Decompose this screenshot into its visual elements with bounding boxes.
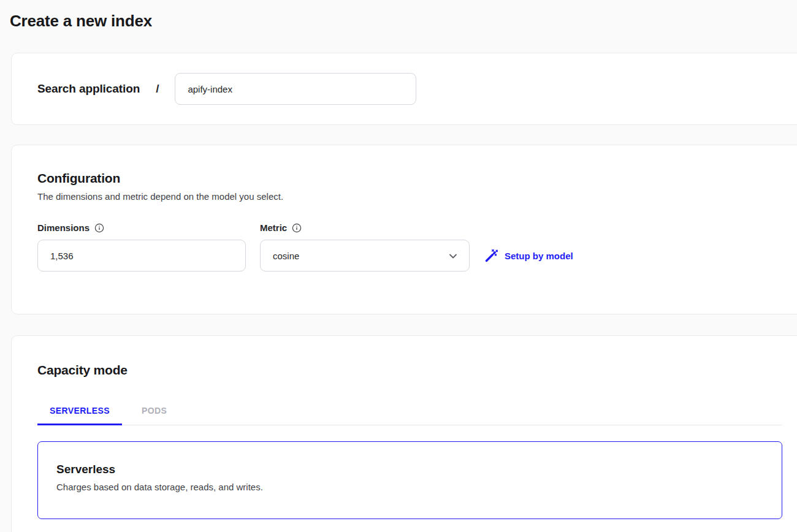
field-labels-row: Dimensions Metric xyxy=(37,222,797,233)
index-name-input[interactable] xyxy=(175,73,416,105)
wand-sparkles-icon xyxy=(484,248,499,263)
serverless-option-description: Charges based on data storage, reads, an… xyxy=(56,482,782,492)
dimensions-label: Dimensions xyxy=(37,222,90,233)
search-application-label: Search application xyxy=(37,82,140,96)
tab-pods[interactable]: PODS xyxy=(129,398,179,425)
chevron-down-icon xyxy=(447,250,459,264)
page-title: Create a new index xyxy=(10,12,152,31)
capacity-tabbar: SERVERLESS PODS xyxy=(37,398,782,425)
name-separator: / xyxy=(156,82,159,96)
dimensions-input[interactable] xyxy=(37,240,246,272)
configuration-title: Configuration xyxy=(37,171,797,186)
info-icon[interactable] xyxy=(292,223,302,233)
setup-by-model-link[interactable]: Setup by model xyxy=(484,248,573,263)
metric-select[interactable]: cosine xyxy=(260,240,470,272)
dimensions-label-wrap: Dimensions xyxy=(37,222,260,233)
metric-label: Metric xyxy=(260,222,287,233)
index-name-card: Search application / xyxy=(11,53,797,125)
metric-selected-value: cosine xyxy=(273,251,299,261)
fields-row: cosine Setup by model xyxy=(37,240,797,272)
capacity-mode-card: Capacity mode SERVERLESS PODS Serverless… xyxy=(11,335,797,532)
serverless-option-title: Serverless xyxy=(56,463,782,476)
configuration-subtitle: The dimensions and metric depend on the … xyxy=(37,191,797,202)
setup-by-model-label: Setup by model xyxy=(505,251,573,261)
tab-serverless[interactable]: SERVERLESS xyxy=(37,398,122,425)
capacity-mode-title: Capacity mode xyxy=(37,363,782,378)
metric-label-wrap: Metric xyxy=(260,222,302,233)
info-icon[interactable] xyxy=(94,223,104,233)
serverless-option-card[interactable]: Serverless Charges based on data storage… xyxy=(37,441,782,519)
configuration-card: Configuration The dimensions and metric … xyxy=(11,145,797,314)
